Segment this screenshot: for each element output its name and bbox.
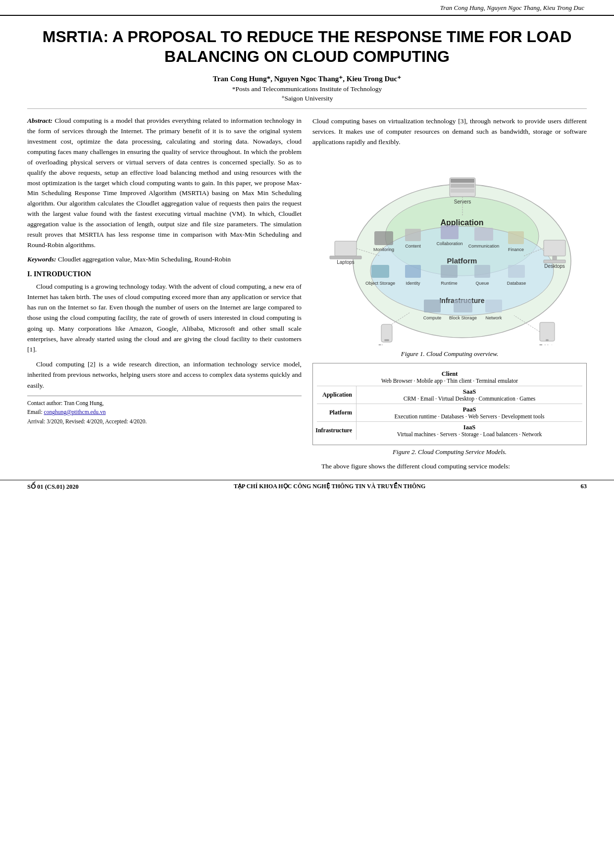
svg-text:Queue: Queue [475,281,489,286]
page-header: Tran Cong Hung, Nguyen Ngoc Thang, Kieu … [0,0,614,16]
fig2-app-content: SaaS CRM · Email · Virtual Desktop · Com… [357,386,582,404]
right-para1: Cloud computing bases on virtualization … [312,116,587,148]
svg-text:Tablets: Tablets [539,344,555,345]
intro-para1: Cloud computing is a growing technology … [27,281,302,355]
fig2-infra-row: Infrastructure IaaS Virtual machines · S… [317,422,582,440]
svg-text:Communication: Communication [468,244,500,249]
svg-rect-22 [474,265,490,278]
iaas-header: IaaS [360,424,578,431]
abstract-text: Cloud computing is a model that provides… [27,117,302,249]
paas-header: PaaS [360,406,578,413]
svg-text:Network: Network [485,315,502,320]
figure1-container: Application Platform Infrastructure Moni… [312,152,587,358]
svg-rect-10 [441,225,459,239]
client-header: Client [321,370,578,378]
svg-text:Content: Content [405,244,421,249]
keywords-paragraph: Keywords: Cloudlet aggregation value, Ma… [27,255,302,265]
right-column: Cloud computing bases on virtualization … [312,116,587,476]
title-section: MSRTIA: A PROPOSAL TO REDUCE THE RESPONS… [27,16,587,109]
two-column-layout: Abstract: Cloud computing is a model tha… [27,109,587,476]
svg-rect-45 [384,339,389,341]
svg-rect-14 [508,231,524,244]
svg-rect-26 [424,300,441,312]
svg-text:Collaboration: Collaboration [436,241,462,246]
svg-rect-34 [451,184,474,188]
svg-text:Object Storage: Object Storage [365,281,395,286]
svg-text:Desktops: Desktops [544,263,565,269]
saas-detail: CRM · Email · Virtual Desktop · Communic… [360,396,578,402]
footnote-line1: Contact author: Tran Cong Hung, [27,399,302,408]
footer-center: TẠP CHÍ KHOA HỌC CÔNG NGHỆ THÔNG TIN VÀ … [234,483,425,490]
fig2-client-row: Client Web Browser · Mobile app · Thin c… [317,368,582,386]
intro-para2: Cloud computing [2] is a wide research d… [27,359,302,391]
paper-title: MSRTIA: A PROPOSAL TO REDUCE THE RESPONS… [42,27,572,66]
svg-text:Monitoring: Monitoring [373,247,394,252]
page: Tran Cong Hung, Nguyen Ngoc Thang, Kieu … [0,0,614,868]
abstract-label: Abstract: [27,117,52,124]
footer-right: 63 [580,483,587,490]
figure1-caption: Figure 1. Cloud Computing overview. [312,350,587,358]
fig2-platform-row: Platform PaaS Execution runtime · Databa… [317,404,582,422]
svg-text:Platform: Platform [447,256,477,265]
svg-rect-35 [451,189,474,193]
svg-rect-33 [451,179,474,183]
svg-rect-37 [335,241,357,256]
svg-text:Compute: Compute [423,315,442,320]
fig2-app-row: Application SaaS CRM · Email · Virtual D… [317,386,582,404]
svg-rect-40 [544,240,565,256]
footer-left: SỐ 01 (CS.01) 2020 [27,483,79,491]
svg-rect-41 [553,256,557,260]
svg-rect-38 [330,256,361,259]
fig2-platform-label: Platform [317,404,357,421]
svg-rect-12 [474,228,493,241]
affiliation1: *Posts and Telecommunications Institute … [42,85,572,93]
fig2-infra-content: IaaS Virtual machines · Servers · Storag… [357,422,582,440]
paper-authors: Tran Cong Hung*, Nguyen Ngoc Thang⁺, Kie… [42,74,572,83]
svg-rect-24 [508,265,525,278]
header-authors: Tran Cong Hung, Nguyen Ngoc Thang, Kieu … [440,4,584,12]
svg-text:Block Storage: Block Storage [449,315,477,320]
svg-rect-30 [485,300,502,312]
svg-rect-42 [544,260,565,263]
svg-text:Phones: Phones [378,344,395,345]
svg-rect-6 [374,231,393,245]
svg-rect-48 [546,339,549,341]
page-footer: SỐ 01 (CS.01) 2020 TẠP CHÍ KHOA HỌC CÔNG… [0,480,614,493]
svg-text:Laptops: Laptops [337,259,355,265]
svg-text:Identity: Identity [406,281,420,286]
client-sub: Web Browser · Mobile app · Thin client ·… [321,378,578,384]
svg-rect-18 [405,265,421,278]
cloud-diagram-svg: Application Platform Infrastructure Moni… [316,152,583,345]
footnote-line2: Email: conghung@ptithcm.edu.vn [27,408,302,416]
fig2-app-label: Application [317,386,357,404]
svg-text:Database: Database [507,281,526,286]
svg-text:Finance: Finance [508,247,524,252]
keywords-text: Cloudlet aggregation value, Max-Min Sche… [56,255,231,263]
footnote: Contact author: Tran Cong Hung, Email: c… [27,396,302,426]
svg-rect-16 [371,265,389,278]
saas-header: SaaS [360,388,578,396]
figure2-caption: Figure 2. Cloud Computing Service Models… [312,448,587,456]
introduction-heading: I. INTRODUCTION [27,270,302,278]
footnote-line3: Arrival: 3/2020, Revised: 4/2020, Accept… [27,417,302,426]
paas-detail: Execution runtime · Databases · Web Serv… [360,413,578,419]
left-column: Abstract: Cloud computing is a model tha… [27,116,302,476]
svg-rect-20 [441,265,458,278]
svg-rect-8 [405,229,421,241]
figure2-container: Client Web Browser · Mobile app · Thin c… [312,363,587,456]
after-fig2-text: The above figure shows the different clo… [312,461,587,471]
svg-rect-28 [454,300,472,312]
abstract-paragraph: Abstract: Cloud computing is a model tha… [27,116,302,251]
footnote-email[interactable]: conghung@ptithcm.edu.vn [44,409,106,415]
iaas-detail: Virtual machines · Servers · Storage · L… [360,431,578,437]
figure2-box: Client Web Browser · Mobile app · Thin c… [312,363,587,445]
svg-rect-47 [540,322,555,341]
svg-text:Runtime: Runtime [441,281,458,286]
keywords-label: Keywords: [27,255,56,263]
fig2-infra-label: Infrastructure [317,422,357,440]
affiliation2: ⁺Saigon University [42,94,572,102]
fig2-platform-content: PaaS Execution runtime · Databases · Web… [357,404,582,421]
